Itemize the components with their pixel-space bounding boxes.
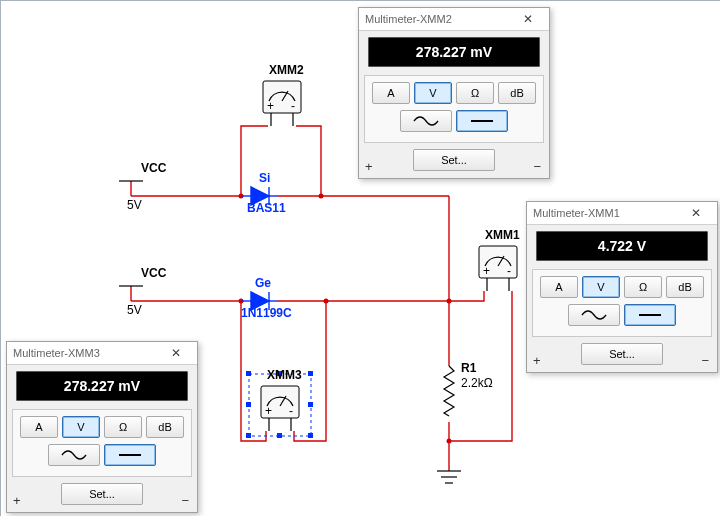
mode-volt-button[interactable]: V (582, 276, 620, 298)
mode-ohm-button[interactable]: Ω (456, 82, 494, 104)
multimeter-window-xmm2[interactable]: Multimeter-XMM2 ✕ 278.227 mV A V Ω dB Se… (358, 7, 550, 179)
wave-ac-button[interactable] (48, 444, 100, 466)
svg-rect-40 (479, 246, 517, 278)
svg-text:+: + (265, 404, 272, 418)
polarity-plus-icon: + (533, 353, 541, 368)
svg-line-41 (498, 256, 504, 266)
vcc1-value: 5V (127, 198, 142, 212)
mode-volt-button[interactable]: V (62, 416, 100, 438)
svg-rect-31 (249, 374, 311, 436)
svg-text:+: + (483, 264, 490, 278)
vcc1-label: VCC (141, 161, 166, 175)
mode-amp-button[interactable]: A (372, 82, 410, 104)
wave-dc-button[interactable] (624, 304, 676, 326)
svg-text:-: - (291, 99, 295, 113)
mode-panel: A V Ω dB (532, 269, 712, 337)
titlebar[interactable]: Multimeter-XMM3 ✕ (7, 342, 197, 365)
polarity-minus-icon: − (533, 159, 541, 174)
svg-point-1 (319, 194, 324, 199)
mode-ohm-button[interactable]: Ω (624, 276, 662, 298)
xmm2-refdes: XMM2 (269, 63, 304, 77)
close-button[interactable]: ✕ (161, 344, 191, 362)
svg-line-26 (280, 396, 286, 406)
xmm1-refdes: XMM1 (485, 228, 520, 242)
titlebar[interactable]: Multimeter-XMM1 ✕ (527, 202, 717, 225)
polarity-plus-icon: + (13, 493, 21, 508)
set-button[interactable]: Set... (61, 483, 143, 505)
reading-display: 278.227 mV (16, 371, 188, 401)
svg-rect-39 (308, 402, 313, 407)
mode-db-button[interactable]: dB (146, 416, 184, 438)
svg-rect-35 (308, 433, 313, 438)
window-title: Multimeter-XMM1 (533, 207, 681, 219)
diode-si-label: Si (259, 171, 270, 185)
svg-rect-38 (246, 402, 251, 407)
titlebar[interactable]: Multimeter-XMM2 ✕ (359, 8, 549, 31)
svg-rect-34 (246, 433, 251, 438)
set-button[interactable]: Set... (581, 343, 663, 365)
vcc2-label: VCC (141, 266, 166, 280)
window-title: Multimeter-XMM2 (365, 13, 513, 25)
svg-point-0 (239, 194, 244, 199)
svg-point-4 (324, 299, 329, 304)
svg-rect-25 (261, 386, 299, 418)
wave-ac-button[interactable] (400, 110, 452, 132)
vcc2-value: 5V (127, 303, 142, 317)
multimeter-window-xmm3[interactable]: Multimeter-XMM3 ✕ 278.227 mV A V Ω dB Se… (6, 341, 198, 513)
window-title: Multimeter-XMM3 (13, 347, 161, 359)
reading-display: 278.227 mV (368, 37, 540, 67)
polarity-minus-icon: − (701, 353, 709, 368)
svg-rect-19 (263, 81, 301, 113)
schematic-canvas[interactable]: + - + - (0, 0, 720, 516)
svg-rect-37 (277, 433, 282, 438)
mode-db-button[interactable]: dB (666, 276, 704, 298)
mode-volt-button[interactable]: V (414, 82, 452, 104)
r1-refdes: R1 (461, 361, 476, 375)
mode-amp-button[interactable]: A (20, 416, 58, 438)
svg-point-3 (447, 439, 452, 444)
polarity-plus-icon: + (365, 159, 373, 174)
mode-panel: A V Ω dB (364, 75, 544, 143)
mode-db-button[interactable]: dB (498, 82, 536, 104)
diode-si-part: BAS11 (247, 201, 286, 215)
svg-rect-33 (308, 371, 313, 376)
svg-point-5 (239, 299, 244, 304)
diode-ge-part: 1N1199C (241, 306, 292, 320)
wave-ac-button[interactable] (568, 304, 620, 326)
svg-text:+: + (267, 99, 274, 113)
svg-rect-32 (246, 371, 251, 376)
r1-value: 2.2kΩ (461, 376, 493, 390)
close-button[interactable]: ✕ (513, 10, 543, 28)
svg-line-20 (282, 91, 288, 101)
svg-text:-: - (507, 264, 511, 278)
xmm3-refdes: XMM3 (267, 368, 302, 382)
polarity-minus-icon: − (181, 493, 189, 508)
set-button[interactable]: Set... (413, 149, 495, 171)
wave-dc-button[interactable] (456, 110, 508, 132)
close-button[interactable]: ✕ (681, 204, 711, 222)
mode-panel: A V Ω dB (12, 409, 192, 477)
diode-ge-label: Ge (255, 276, 271, 290)
svg-text:-: - (289, 404, 293, 418)
svg-point-2 (447, 299, 452, 304)
reading-display: 4.722 V (536, 231, 708, 261)
wave-dc-button[interactable] (104, 444, 156, 466)
multimeter-window-xmm1[interactable]: Multimeter-XMM1 ✕ 4.722 V A V Ω dB Set..… (526, 201, 718, 373)
mode-amp-button[interactable]: A (540, 276, 578, 298)
mode-ohm-button[interactable]: Ω (104, 416, 142, 438)
